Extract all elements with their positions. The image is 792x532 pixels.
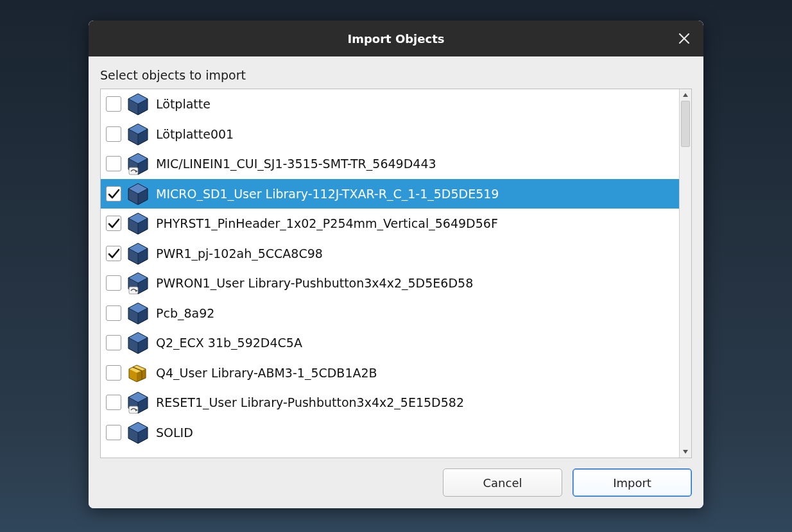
list-item-label: PWRON1_User Library-Pushbutton3x4x2_5D5E… (156, 276, 473, 290)
close-icon (678, 33, 690, 44)
list-item-label: Pcb_8a92 (156, 306, 214, 320)
list-item-label: PWR1_pj-102ah_5CCA8C98 (156, 246, 323, 261)
list-item[interactable]: Lötplatte001 (101, 119, 679, 150)
object-list[interactable]: LötplatteLötplatte001MIC/LINEIN1_CUI_SJ1… (101, 89, 679, 458)
check-icon (107, 187, 120, 200)
dialog-body: Select objects to import LötplatteLötpla… (89, 56, 703, 508)
part-icon (126, 331, 150, 354)
checkbox[interactable] (106, 395, 121, 410)
object-list-container: LötplatteLötplatte001MIC/LINEIN1_CUI_SJ1… (100, 89, 692, 458)
scrollbar-thumb[interactable] (681, 101, 690, 147)
list-item-label: RESET1_User Library-Pushbutton3x4x2_5E15… (156, 395, 464, 409)
checkbox[interactable] (106, 365, 121, 381)
checkbox[interactable] (106, 96, 121, 112)
checkbox[interactable] (106, 275, 121, 291)
list-item[interactable]: PHYRST1_PinHeader_1x02_P254mm_Vertical_5… (101, 209, 679, 239)
checkbox[interactable] (106, 246, 121, 261)
list-item-label: MIC/LINEIN1_CUI_SJ1-3515-SMT-TR_5649D443 (156, 157, 436, 171)
check-icon (107, 247, 120, 260)
list-item[interactable]: Q4_User Library-ABM3-1_5CDB1A2B (101, 358, 679, 388)
checkbox[interactable] (106, 186, 121, 202)
list-item-label: SOLID (156, 425, 193, 440)
checkbox[interactable] (106, 216, 121, 231)
svg-marker-24 (683, 93, 688, 97)
list-item-label: Q4_User Library-ABM3-1_5CDB1A2B (156, 366, 377, 380)
list-item-label: PHYRST1_PinHeader_1x02_P254mm_Vertical_5… (156, 216, 498, 230)
list-item[interactable]: MICRO_SD1_User Library-112J-TXAR-R_C_1-1… (101, 179, 679, 209)
list-item[interactable]: Q2_ECX 31b_592D4C5A (101, 328, 679, 358)
titlebar: Import Objects (89, 21, 703, 56)
chevron-down-icon (682, 449, 689, 455)
checkbox[interactable] (106, 425, 121, 440)
list-item[interactable]: PWRON1_User Library-Pushbutton3x4x2_5D5E… (101, 268, 679, 298)
part-icon (126, 182, 150, 205)
part-icon (126, 421, 150, 444)
check-icon (107, 217, 120, 230)
part-icon (126, 302, 150, 325)
list-item[interactable]: SOLID (101, 418, 679, 448)
list-item-label: Lötplatte001 (156, 127, 234, 141)
cancel-button[interactable]: Cancel (443, 468, 562, 497)
dialog-title: Import Objects (347, 32, 444, 46)
part-icon (126, 123, 150, 146)
part-link-icon (126, 271, 150, 295)
part-link-icon (126, 391, 150, 414)
list-item[interactable]: Pcb_8a92 (101, 298, 679, 329)
checkbox[interactable] (106, 335, 121, 350)
close-button[interactable] (674, 28, 694, 49)
part-icon (126, 212, 150, 235)
part-icon (126, 92, 150, 116)
scroll-up-button[interactable] (680, 89, 691, 101)
list-item-label: Lötplatte (156, 97, 211, 111)
checkbox[interactable] (106, 305, 121, 321)
list-item[interactable]: MIC/LINEIN1_CUI_SJ1-3515-SMT-TR_5649D443 (101, 149, 679, 179)
package-icon (126, 361, 150, 384)
dialog-button-row: Cancel Import (100, 458, 692, 497)
cancel-button-label: Cancel (483, 476, 522, 490)
list-item[interactable]: PWR1_pj-102ah_5CCA8C98 (101, 239, 679, 269)
scroll-down-button[interactable] (680, 446, 691, 458)
svg-marker-25 (683, 450, 688, 454)
part-link-icon (126, 152, 150, 175)
vertical-scrollbar[interactable] (679, 89, 691, 458)
part-icon (126, 242, 150, 265)
checkbox[interactable] (106, 156, 121, 171)
checkbox[interactable] (106, 126, 121, 142)
import-button-label: Import (613, 476, 651, 490)
chevron-up-icon (682, 92, 689, 98)
instruction-label: Select objects to import (100, 65, 692, 89)
list-item-label: MICRO_SD1_User Library-112J-TXAR-R_C_1-1… (156, 187, 499, 201)
list-item-label: Q2_ECX 31b_592D4C5A (156, 336, 302, 350)
import-objects-dialog: Import Objects Select objects to import … (89, 21, 703, 508)
import-button[interactable]: Import (572, 468, 692, 497)
list-item[interactable]: Lötplatte (101, 89, 679, 119)
list-item[interactable]: RESET1_User Library-Pushbutton3x4x2_5E15… (101, 388, 679, 418)
